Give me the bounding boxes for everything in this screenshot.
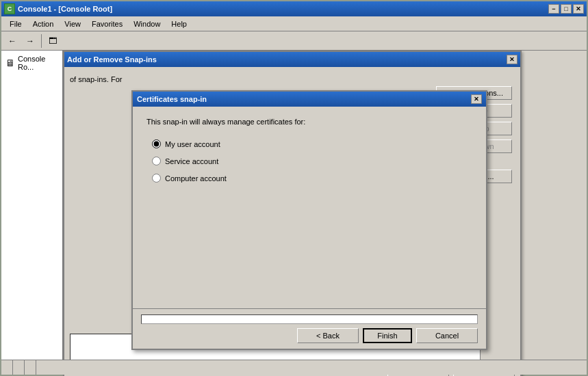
cert-buttons: < Back Finish Cancel (141, 328, 478, 343)
title-bar-buttons: − □ ✕ (548, 4, 584, 14)
cancel-button[interactable]: Cancel (416, 328, 478, 343)
tree-folder-icon: 🖥 (5, 57, 15, 68)
maximize-button[interactable]: □ (561, 4, 572, 14)
cert-close-button[interactable]: ✕ (471, 94, 482, 104)
toolbar: ← → 🗔 (1, 31, 587, 51)
toolbar-separator (41, 34, 42, 48)
radio-service-account[interactable]: Service account (152, 157, 472, 165)
status-section-3 (25, 360, 36, 375)
cert-description: This snap-in will always manage certific… (146, 118, 472, 126)
tree-root-label: Console Ro... (18, 55, 58, 71)
toolbar-back-button[interactable]: ← (4, 33, 21, 49)
toolbar-forward-button[interactable]: → (22, 33, 38, 49)
snap-ins-close-button[interactable]: ✕ (507, 55, 517, 64)
content-area: 🖥 Console Ro... Add or Remove Snap-ins ✕… (1, 51, 587, 375)
finish-button[interactable]: Finish (363, 328, 412, 343)
cert-dialog: Certificates snap-in ✕ This snap-in will… (131, 90, 487, 350)
radio-group: My user account Service account Computer… (152, 139, 472, 183)
main-window: C Console1 - [Console Root] − □ ✕ File A… (0, 0, 588, 376)
menu-view[interactable]: View (59, 18, 86, 29)
right-panel: Add or Remove Snap-ins ✕ of snap-ins. Fo… (63, 51, 587, 375)
status-section-2 (13, 360, 25, 375)
tree-root-item[interactable]: 🖥 Console Ro... (4, 53, 60, 72)
menu-favorites[interactable]: Favorites (86, 18, 128, 29)
menu-window[interactable]: Window (128, 18, 166, 29)
toolbar-view-button[interactable]: 🗔 (44, 33, 61, 49)
main-title-text: Console1 - [Console Root] (18, 5, 112, 13)
radio-my-user-label: My user account (165, 140, 220, 148)
snap-ins-title: Add or Remove Snap-ins (67, 55, 157, 64)
radio-service-input[interactable] (152, 157, 161, 165)
radio-computer-account[interactable]: Computer account (152, 174, 472, 183)
back-button[interactable]: < Back (297, 328, 359, 343)
snap-ins-title-bar: Add or Remove Snap-ins ✕ (64, 52, 520, 67)
tree-panel: 🖥 Console Ro... (1, 51, 63, 375)
radio-service-label: Service account (165, 157, 218, 165)
status-section-1 (1, 360, 13, 375)
menu-file[interactable]: File (4, 18, 27, 29)
cert-title-text: Certificates snap-in (137, 95, 207, 103)
title-bar-left: C Console1 - [Console Root] (4, 3, 112, 14)
radio-my-user-account[interactable]: My user account (152, 139, 472, 148)
status-bar (1, 360, 587, 375)
main-title-bar: C Console1 - [Console Root] − □ ✕ (1, 1, 587, 16)
cert-progress-area (141, 314, 478, 324)
cert-title-bar: Certificates snap-in ✕ (133, 92, 486, 107)
cert-body: This snap-in will always manage certific… (133, 107, 486, 193)
cert-bottom: < Back Finish Cancel (133, 308, 486, 349)
minimize-button[interactable]: − (548, 4, 559, 14)
close-button[interactable]: ✕ (573, 4, 584, 14)
radio-my-user-input[interactable] (152, 139, 161, 148)
menu-help[interactable]: Help (166, 18, 192, 29)
menu-bar: File Action View Favorites Window Help (1, 16, 587, 31)
radio-computer-label: Computer account (165, 174, 227, 183)
menu-action[interactable]: Action (27, 18, 60, 29)
app-icon: C (4, 3, 15, 14)
radio-computer-input[interactable] (152, 174, 161, 183)
